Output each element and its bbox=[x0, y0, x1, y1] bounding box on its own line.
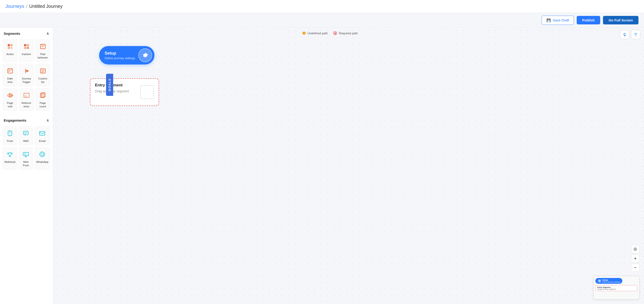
sidebar-item-page-count[interactable]: Page count bbox=[36, 88, 50, 111]
whatsapp-icon bbox=[38, 150, 47, 159]
svg-rect-0 bbox=[8, 44, 10, 46]
svg-point-39 bbox=[9, 155, 11, 157]
push-icon bbox=[5, 129, 14, 138]
toolbar: 💾 Save Draft Publish Go Full Screen bbox=[0, 13, 644, 28]
sidebar-item-sms[interactable]: SMS bbox=[19, 126, 33, 145]
svg-point-47 bbox=[40, 152, 45, 157]
sidebar-item-push[interactable]: Push bbox=[3, 126, 17, 145]
undefined-path-dot bbox=[302, 31, 306, 35]
sms-label: SMS bbox=[23, 139, 29, 143]
custom-list-icon bbox=[38, 66, 48, 75]
setup-node[interactable]: Setup Define journey settings bbox=[99, 46, 154, 64]
setup-node-title: Setup bbox=[105, 51, 136, 56]
journey-trigger-label: Journey Trigger bbox=[21, 77, 32, 84]
canvas-icon-buttons bbox=[620, 30, 640, 39]
svg-point-41 bbox=[11, 153, 12, 154]
sidebar-item-whatsapp[interactable]: WhatsApp bbox=[34, 147, 50, 170]
zoom-in-button[interactable]: + bbox=[631, 254, 640, 263]
zoom-out-button[interactable]: − bbox=[631, 264, 640, 272]
breadcrumb-separator: / bbox=[26, 4, 28, 9]
sidebar-item-journey-trigger[interactable]: Journey Trigger bbox=[19, 64, 34, 86]
sms-icon bbox=[21, 129, 30, 138]
segments-collapse-button[interactable]: ∧ bbox=[46, 31, 49, 36]
engagements-collapse-button[interactable]: ∧ bbox=[46, 118, 49, 122]
action-label: Action bbox=[6, 52, 14, 56]
mini-map-content: ⚙ Setup Define journey settings Entry Se… bbox=[594, 276, 639, 299]
top-nav: Journeys / Untitled Journey bbox=[0, 0, 644, 13]
svg-rect-1 bbox=[10, 44, 12, 46]
required-path-legend: Required path bbox=[333, 31, 358, 35]
email-icon bbox=[38, 129, 47, 138]
inaction-label: Inaction bbox=[22, 52, 31, 56]
segments-label: Segments bbox=[4, 31, 20, 35]
webhook-label: Webhook bbox=[4, 160, 16, 164]
fullscreen-button[interactable]: Go Full Screen bbox=[603, 16, 638, 24]
setup-node-gear-icon bbox=[138, 48, 152, 62]
svg-rect-35 bbox=[24, 131, 28, 134]
svg-rect-42 bbox=[23, 152, 28, 155]
past-behavior-label: Past behavior bbox=[37, 52, 48, 59]
journey-trigger-icon bbox=[22, 66, 31, 75]
sidebar-item-datetime[interactable]: Date time bbox=[3, 64, 17, 86]
whatsapp-label: WhatsApp bbox=[36, 160, 48, 164]
referrer-entry-label: Referrer entry bbox=[21, 101, 32, 108]
page-visit-label: Page visit bbox=[4, 101, 16, 108]
save-draft-button[interactable]: 💾 Save Draft bbox=[542, 16, 574, 25]
svg-point-34 bbox=[10, 134, 10, 135]
breadcrumb-journeys[interactable]: Journeys bbox=[6, 4, 24, 9]
entry-segment-node[interactable]: Entry Segment Drag and drop segment bbox=[90, 78, 159, 106]
engagements-label: Engagements bbox=[4, 118, 26, 122]
mini-setup-node: ⚙ Setup Define journey settings bbox=[595, 278, 622, 284]
legend-bar: Undefined path Required path bbox=[302, 31, 358, 35]
publish-button[interactable]: Publish bbox=[577, 16, 600, 24]
undefined-path-legend: Undefined path bbox=[302, 31, 328, 35]
svg-rect-3 bbox=[10, 47, 12, 49]
sidebar-item-webhook[interactable]: Webhook bbox=[3, 147, 17, 170]
main-layout: Segments ∧ Action Inaction Past behavi bbox=[0, 28, 644, 304]
breadcrumb-current: Untitled Journey bbox=[29, 4, 63, 9]
zoom-center-button[interactable] bbox=[631, 245, 640, 253]
mini-map: ⚙ Setup Define journey settings Entry Se… bbox=[593, 276, 640, 300]
segments-section-header: Segments ∧ bbox=[0, 28, 53, 37]
email-label: Email bbox=[39, 139, 46, 143]
mini-setup-sub: Define journey settings bbox=[602, 281, 620, 283]
page-count-icon bbox=[38, 91, 48, 100]
datetime-label: Date time bbox=[4, 77, 16, 84]
svg-rect-2 bbox=[8, 47, 10, 49]
svg-point-48 bbox=[624, 33, 626, 35]
web-push-label: Web Push bbox=[20, 160, 31, 167]
svg-text:www: www bbox=[9, 94, 13, 96]
past-behavior-icon bbox=[38, 42, 48, 51]
svg-rect-5 bbox=[27, 44, 29, 46]
svg-point-40 bbox=[8, 153, 9, 154]
undefined-path-label: Undefined path bbox=[308, 31, 328, 35]
sidebar-item-email[interactable]: Email bbox=[34, 126, 50, 145]
sidebar-item-past-behavior[interactable]: Past behavior bbox=[36, 39, 50, 62]
page-count-label: Page count bbox=[37, 101, 48, 108]
breadcrumb: Journeys / Untitled Journey bbox=[6, 4, 62, 9]
canvas: GOALS Undefined path Required path bbox=[53, 28, 644, 304]
sidebar-item-inaction[interactable]: Inaction bbox=[19, 39, 34, 62]
sidebar-item-action[interactable]: Action bbox=[3, 39, 17, 62]
svg-rect-14 bbox=[8, 69, 12, 73]
sidebar-item-web-push[interactable]: Web Push bbox=[19, 147, 33, 170]
filter-button[interactable] bbox=[631, 30, 640, 39]
engagements-section-header: Engagements ∧ bbox=[0, 114, 53, 124]
sidebar-item-page-visit[interactable]: www Page visit bbox=[3, 88, 17, 111]
sidebar-item-referrer-entry[interactable]: </>www Referrer entry bbox=[19, 88, 34, 111]
mini-setup-icon: ⚙ bbox=[598, 279, 601, 283]
entry-segment-drop-area bbox=[140, 85, 154, 99]
goals-tab[interactable]: GOALS bbox=[106, 74, 113, 96]
mini-setup-title: Setup bbox=[602, 279, 620, 281]
svg-text:www: www bbox=[24, 96, 27, 97]
sidebar: Segments ∧ Action Inaction Past behavi bbox=[0, 28, 53, 304]
sidebar-item-custom-list[interactable]: Custom list bbox=[36, 64, 50, 86]
bulb-button[interactable] bbox=[620, 30, 629, 39]
svg-rect-4 bbox=[24, 44, 26, 46]
required-path-label: Required path bbox=[339, 31, 358, 35]
custom-list-label: Custom list bbox=[37, 77, 48, 84]
action-icon bbox=[6, 42, 15, 51]
webhook-icon bbox=[5, 150, 14, 159]
setup-node-subtitle: Define journey settings bbox=[105, 56, 136, 60]
svg-rect-16 bbox=[8, 71, 10, 72]
